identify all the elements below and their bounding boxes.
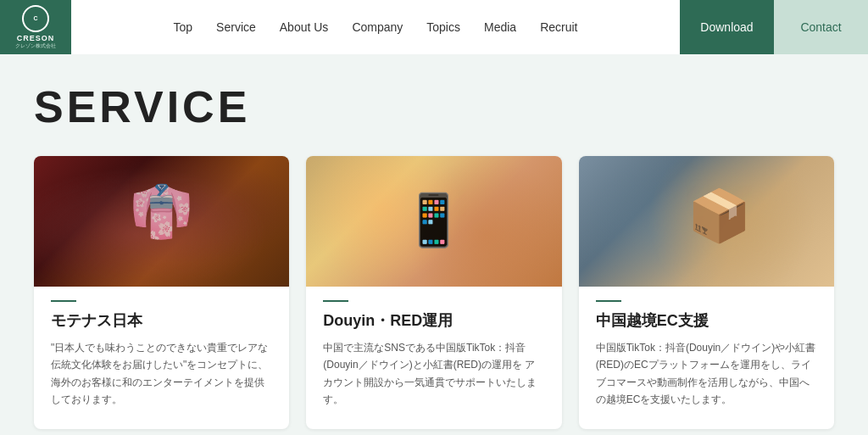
header: C CRESON クレゾン株式会社 Top Service About Us C… [0,0,868,54]
card-image-2 [306,156,561,287]
nav-item-top[interactable]: Top [174,20,193,34]
nav-item-service[interactable]: Service [216,20,256,34]
nav-item-recruit[interactable]: Recruit [540,20,577,34]
logo-icon-text: C [33,15,37,21]
logo-name: CRESON [15,34,56,42]
contact-button[interactable]: Contact [774,0,868,54]
service-card-3[interactable]: 中国越境EC支援 中国版TikTok：抖音(Douyin／ドウイン)や小紅書(R… [579,156,834,429]
card-desc-1: "日本人でも味わうことのできない貴重でレアな伝統文化体験をお届けしたい"をコンセ… [51,339,272,409]
service-card-2[interactable]: Douyin・RED運用 中国で主流なSNSである中国版TikTok：抖音(Do… [306,156,561,429]
main-content: SERVICE モテナス日本 "日本人でも味わうことのできない貴重でレアな伝統文… [0,54,868,435]
logo-circle: C [22,5,49,32]
card-title-1: モテナス日本 [51,310,272,331]
page-title: SERVICE [34,81,834,132]
nav-item-media[interactable]: Media [484,20,516,34]
card-desc-2: 中国で主流なSNSである中国版TikTok：抖音(Douyin／ドウイン)と小紅… [323,339,544,409]
card-image-3 [579,156,834,287]
card-divider-1 [51,300,76,302]
service-card-1[interactable]: モテナス日本 "日本人でも味わうことのできない貴重でレアな伝統文化体験をお届けし… [34,156,289,429]
main-nav: Top Service About Us Company Topics Medi… [71,0,680,54]
download-button[interactable]: Download [680,0,774,54]
nav-item-about[interactable]: About Us [280,20,329,34]
service-cards-grid: モテナス日本 "日本人でも味わうことのできない貴重でレアな伝統文化体験をお届けし… [34,156,834,429]
card-title-3: 中国越境EC支援 [596,310,817,331]
card-body-3: 中国越境EC支援 中国版TikTok：抖音(Douyin／ドウイン)や小紅書(R… [579,287,834,409]
card-divider-3 [596,300,621,302]
nav-item-company[interactable]: Company [352,20,403,34]
nav-item-topics[interactable]: Topics [426,20,460,34]
card-desc-3: 中国版TikTok：抖音(Douyin／ドウイン)や小紅書(RED)のECプラッ… [596,339,817,409]
card-body-1: モテナス日本 "日本人でも味わうことのできない貴重でレアな伝統文化体験をお届けし… [34,287,289,409]
logo[interactable]: C CRESON クレゾン株式会社 [0,0,71,54]
logo-subname: クレゾン株式会社 [15,42,56,50]
card-image-1 [34,156,289,287]
card-title-2: Douyin・RED運用 [323,310,544,331]
header-actions: Download Contact [680,0,868,54]
card-body-2: Douyin・RED運用 中国で主流なSNSである中国版TikTok：抖音(Do… [306,287,561,409]
card-divider-2 [323,300,348,302]
